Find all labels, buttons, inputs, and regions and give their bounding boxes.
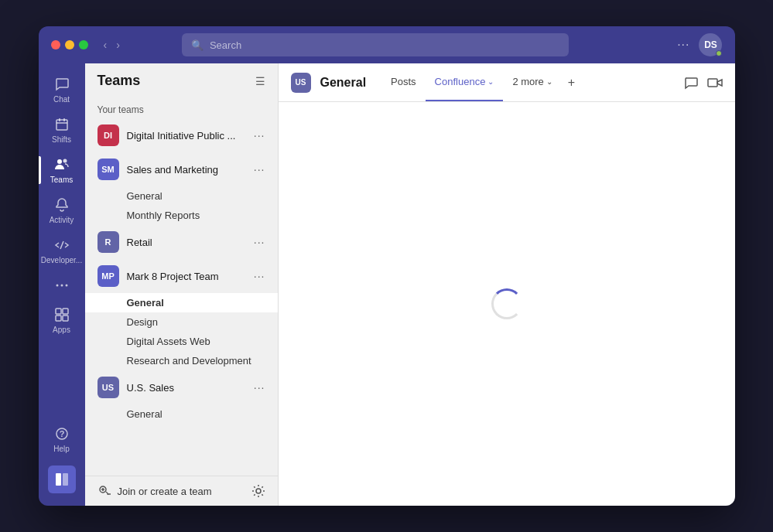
channel-row-us-general[interactable]: General	[85, 404, 278, 424]
svg-rect-0	[56, 120, 67, 130]
svg-text:?: ?	[59, 429, 64, 438]
add-tab-button[interactable]: +	[562, 63, 581, 101]
filter-icon[interactable]: ☰	[255, 75, 265, 87]
chat-action-icon[interactable]	[684, 76, 698, 90]
tab-more[interactable]: 2 more ⌄	[503, 63, 561, 101]
sidebar-item-chat[interactable]: Chat	[39, 70, 85, 110]
sidebar-item-help-label: Help	[53, 445, 70, 453]
team-more-sm[interactable]: ···	[254, 163, 265, 176]
teams-footer: Join or create a team	[85, 476, 278, 506]
header-actions-right	[684, 76, 723, 90]
team-row-sm[interactable]: SM Sales and Marketing ···	[85, 152, 278, 186]
sidebar-item-chat-label: Chat	[53, 95, 70, 104]
teams-icon	[53, 156, 70, 173]
svg-point-8	[60, 285, 63, 287]
team-name-r: Retail	[127, 237, 246, 248]
avatar[interactable]: DS	[699, 33, 722, 56]
sidebar-item-activity[interactable]: Activity	[39, 190, 85, 230]
svg-rect-12	[56, 315, 61, 321]
svg-point-9	[65, 285, 67, 287]
svg-point-5	[63, 159, 67, 163]
traffic-lights	[51, 40, 88, 49]
team-avatar-mp: MP	[97, 265, 119, 287]
team-more-r[interactable]: ···	[254, 236, 265, 248]
sidebar-item-help[interactable]: ? Help	[39, 419, 85, 459]
svg-rect-11	[63, 309, 68, 314]
sidebar-item-teams[interactable]: Teams	[39, 150, 85, 190]
sidebar-item-apps-label: Apps	[53, 326, 70, 334]
svg-point-7	[56, 285, 58, 287]
svg-rect-13	[63, 315, 68, 321]
team-more-di[interactable]: ···	[254, 129, 265, 142]
team-row-us[interactable]: US U.S. Sales ···	[85, 370, 278, 404]
tab-posts[interactable]: Posts	[381, 63, 426, 101]
svg-rect-10	[56, 309, 61, 314]
chat-icon	[53, 76, 70, 93]
close-button[interactable]	[51, 40, 60, 49]
channel-row-mp-rd[interactable]: Research and Development	[85, 351, 278, 370]
teams-panel-header: Teams ☰	[85, 63, 278, 98]
apps-icon	[53, 306, 70, 323]
minimize-button[interactable]	[65, 40, 74, 49]
sidebar-item-developer[interactable]: Developer...	[39, 230, 85, 271]
team-avatar-r: R	[97, 231, 119, 253]
your-teams-label: Your teams	[85, 98, 278, 118]
team-name-us: U.S. Sales	[127, 382, 246, 394]
tab-confluence[interactable]: Confluence ⌄	[426, 63, 504, 101]
search-placeholder: Search	[210, 39, 241, 51]
main-content: Chat Shifts	[39, 63, 735, 506]
teams-scroll-area: Your teams DI Digital Initiative Public …	[85, 98, 278, 476]
sidebar-nav: Chat Shifts	[39, 63, 85, 506]
help-icon: ?	[53, 425, 70, 442]
channel-row-sm-monthly[interactable]: Monthly Reports	[85, 206, 278, 225]
developer-icon	[53, 237, 70, 254]
nav-arrows: ‹ ›	[101, 37, 123, 53]
chat-body	[279, 102, 735, 506]
channel-name: General	[320, 76, 367, 90]
sidebar-item-apps[interactable]: Apps	[39, 300, 85, 340]
svg-point-22	[256, 489, 261, 493]
titlebar: ‹ › 🔍 Search ··· DS	[39, 26, 735, 63]
team-row-di[interactable]: DI Digital Initiative Public ... ···	[85, 118, 278, 152]
team-more-mp[interactable]: ···	[254, 270, 265, 282]
search-bar[interactable]: 🔍 Search	[182, 33, 569, 56]
titlebar-right: ··· DS	[677, 33, 722, 56]
maximize-button[interactable]	[79, 40, 88, 49]
settings-icon[interactable]	[251, 484, 265, 498]
channel-row-sm-general[interactable]: General	[85, 186, 278, 206]
shifts-icon	[53, 116, 70, 133]
sidebar-item-shifts[interactable]: Shifts	[39, 110, 85, 150]
forward-arrow[interactable]: ›	[113, 37, 123, 53]
back-arrow[interactable]: ‹	[101, 37, 111, 53]
sidebar-item-more[interactable]	[39, 271, 85, 300]
channel-team-avatar: US	[291, 73, 311, 93]
more-options-button[interactable]: ···	[677, 38, 689, 52]
svg-line-6	[60, 241, 63, 249]
join-create-team-button[interactable]: Join or create a team	[97, 484, 212, 498]
join-create-icon	[97, 484, 111, 498]
team-row-r[interactable]: R Retail ···	[85, 225, 278, 259]
team-row-mp[interactable]: MP Mark 8 Project Team ···	[85, 259, 278, 293]
chat-area: US General Posts Confluence ⌄ 2 more ⌄	[279, 63, 735, 506]
team-avatar-di: DI	[97, 124, 119, 146]
sidebar-item-shifts-label: Shifts	[52, 135, 71, 144]
team-name-di: Digital Initiative Public ...	[127, 130, 246, 142]
more-icon	[53, 277, 70, 294]
join-create-label: Join or create a team	[118, 486, 212, 497]
team-name-sm: Sales and Marketing	[127, 164, 246, 176]
team-more-us[interactable]: ···	[254, 381, 265, 394]
channel-row-mp-digital[interactable]: Digital Assets Web	[85, 332, 278, 351]
loading-spinner	[491, 288, 522, 319]
sidebar-item-activity-label: Activity	[50, 216, 74, 224]
channel-row-mp-design[interactable]: Design	[85, 312, 278, 332]
team-avatar-sm: SM	[97, 159, 119, 180]
channel-row-mp-general[interactable]: General	[85, 293, 278, 312]
app-window: ‹ › 🔍 Search ··· DS Chat	[39, 26, 735, 506]
svg-rect-23	[708, 79, 717, 87]
svg-rect-17	[63, 473, 68, 486]
teams-panel-toggle[interactable]	[48, 466, 76, 493]
teams-panel-title: Teams	[97, 73, 141, 89]
video-action-icon[interactable]	[707, 76, 723, 90]
sidebar-item-developer-label: Developer...	[41, 256, 82, 264]
teams-list-panel: Teams ☰ Your teams DI Digital Initiative…	[85, 63, 279, 506]
